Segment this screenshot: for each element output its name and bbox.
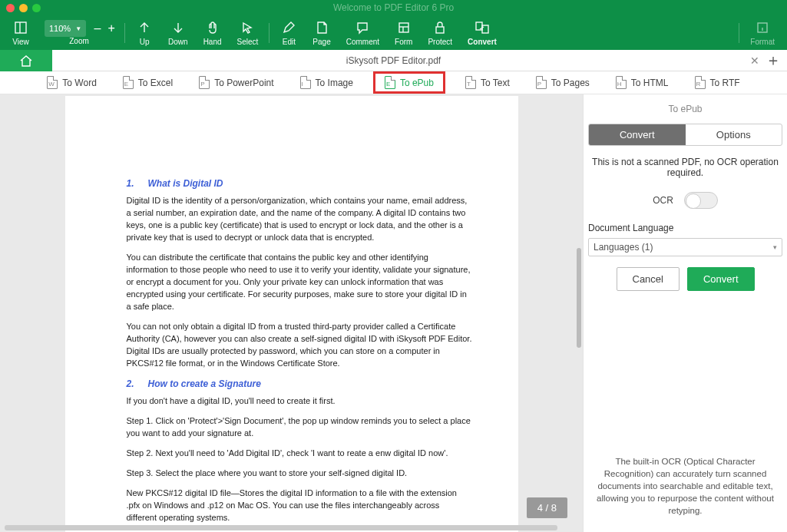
to-pages-button[interactable]: PTo Pages: [530, 74, 596, 91]
heading-num: 2.: [127, 378, 148, 391]
heading-num: 1.: [127, 177, 148, 190]
file-icon: W: [47, 76, 58, 89]
to-text-button[interactable]: TTo Text: [459, 74, 516, 91]
comment-icon: [354, 19, 371, 36]
view-button[interactable]: View: [12, 19, 29, 46]
format-button[interactable]: Format: [750, 19, 775, 46]
document-viewport[interactable]: 1.What is Digital ID Digital ID is the i…: [0, 94, 583, 532]
zoom-in-button[interactable]: +: [104, 21, 118, 35]
svg-rect-2: [399, 23, 408, 32]
cancel-button[interactable]: Cancel: [617, 267, 680, 291]
convert-icon: [474, 19, 491, 36]
select-button[interactable]: Select: [237, 19, 259, 46]
vertical-scrollbar[interactable]: [577, 248, 581, 348]
up-label: Up: [140, 38, 150, 46]
to-word-button[interactable]: WTo Word: [41, 74, 102, 91]
heading-2: 2.How to create a Signature: [127, 378, 472, 391]
to-excel-button[interactable]: ETo Excel: [117, 74, 179, 91]
format-label: Format: [750, 38, 775, 46]
paragraph: Step 1. Click on 'Protect'>'Sign Documen…: [127, 415, 472, 440]
convert-label: Convert: [468, 38, 497, 46]
hand-label: Hand: [203, 38, 222, 46]
file-icon: R: [695, 76, 706, 89]
separator: [124, 23, 125, 43]
convert-side-panel: To ePub Convert Options This is not a sc…: [583, 94, 787, 532]
paragraph: Step 3. Select the place where you want …: [127, 468, 472, 480]
page-indicator: 4 / 8: [527, 497, 567, 518]
pdf-page: 1.What is Digital ID Digital ID is the i…: [65, 96, 518, 532]
chevron-down-icon: ▾: [773, 243, 777, 251]
to-excel-label: To Excel: [138, 78, 173, 88]
tab-convert[interactable]: Convert: [589, 124, 686, 145]
form-label: Form: [395, 38, 412, 46]
paragraph: Step 2. Next you'll need to 'Add Digital…: [127, 448, 472, 460]
ocr-message: This is not a scanned PDF, no OCR operat…: [588, 157, 782, 178]
comment-button[interactable]: Comment: [346, 19, 379, 46]
edit-button[interactable]: Edit: [280, 19, 297, 46]
protect-button[interactable]: Protect: [428, 19, 452, 46]
to-html-button[interactable]: HTo HTML: [610, 74, 675, 91]
workspace: 1.What is Digital ID Digital ID is the i…: [0, 94, 787, 532]
to-image-button[interactable]: ITo Image: [294, 74, 359, 91]
document-tab-title: iSkysoft PDF Editor.pdf: [0, 55, 787, 66]
paragraph: If you don't have a digital ID, you'll n…: [127, 395, 472, 408]
zoom-select[interactable]: 110%▼: [45, 20, 86, 37]
separator: [269, 23, 269, 43]
language-label: Document Language: [588, 223, 782, 233]
form-button[interactable]: Form: [395, 19, 412, 46]
app-title: Welcome to PDF Editor 6 Pro: [0, 2, 787, 13]
page-button[interactable]: Page: [312, 19, 330, 46]
to-pages-label: To Pages: [551, 78, 590, 88]
file-icon: T: [465, 76, 476, 89]
to-image-label: To Image: [316, 78, 353, 88]
close-tab-button[interactable]: ✕: [750, 55, 759, 67]
svg-rect-5: [436, 27, 444, 33]
up-button[interactable]: Up: [136, 19, 153, 46]
arrow-down-icon: [170, 19, 187, 36]
svg-rect-0: [15, 22, 26, 33]
hand-button[interactable]: Hand: [203, 19, 222, 46]
tab-options[interactable]: Options: [686, 124, 782, 145]
info-icon: [754, 19, 771, 36]
page-icon: [313, 19, 330, 36]
view-icon: [12, 19, 29, 36]
svg-rect-7: [482, 25, 488, 33]
file-icon: P: [536, 76, 547, 89]
hand-icon: [204, 19, 221, 36]
to-powerpoint-label: To PowerPoint: [214, 78, 273, 88]
to-html-label: To HTML: [631, 78, 669, 88]
language-value: Languages (1): [594, 242, 653, 253]
paragraph: Digital ID is the identity of a person/o…: [127, 195, 472, 244]
chevron-down-icon: ▼: [75, 25, 81, 32]
file-icon: E: [385, 76, 395, 89]
view-label: View: [12, 38, 29, 46]
panel-tabs: Convert Options: [588, 124, 782, 146]
ocr-row: OCR: [588, 192, 782, 209]
to-rtf-button[interactable]: RTo RTF: [689, 74, 746, 91]
ocr-toggle[interactable]: [684, 192, 718, 209]
panel-title: To ePub: [588, 104, 782, 114]
to-epub-button[interactable]: ETo ePub: [373, 71, 445, 94]
edit-label: Edit: [283, 38, 296, 46]
ocr-description: The built-in OCR (Optical Character Reco…: [588, 455, 782, 523]
down-button[interactable]: Down: [168, 19, 188, 46]
page-label: Page: [312, 38, 330, 46]
convert-action-button[interactable]: Convert: [687, 267, 755, 291]
to-rtf-label: To RTF: [710, 78, 740, 88]
convert-button[interactable]: Convert: [468, 19, 497, 46]
main-toolbar: View 110%▼ – + Zoom Up Down Hand Select …: [0, 15, 787, 50]
new-tab-button[interactable]: ＋: [766, 50, 781, 71]
arrow-up-icon: [136, 19, 153, 36]
to-epub-label: To ePub: [400, 78, 434, 88]
heading-text: How to create a Signature: [148, 378, 261, 389]
to-text-label: To Text: [481, 78, 510, 88]
heading-text: What is Digital ID: [148, 178, 223, 189]
file-icon: H: [616, 76, 627, 89]
cursor-icon: [239, 19, 256, 36]
to-powerpoint-button[interactable]: PTo PowerPoint: [193, 74, 279, 91]
zoom-out-button[interactable]: –: [91, 21, 104, 35]
language-select[interactable]: Languages (1)▾: [588, 238, 782, 256]
horizontal-scrollbar[interactable]: [5, 525, 557, 530]
to-word-label: To Word: [62, 78, 96, 88]
pencil-icon: [280, 19, 297, 36]
